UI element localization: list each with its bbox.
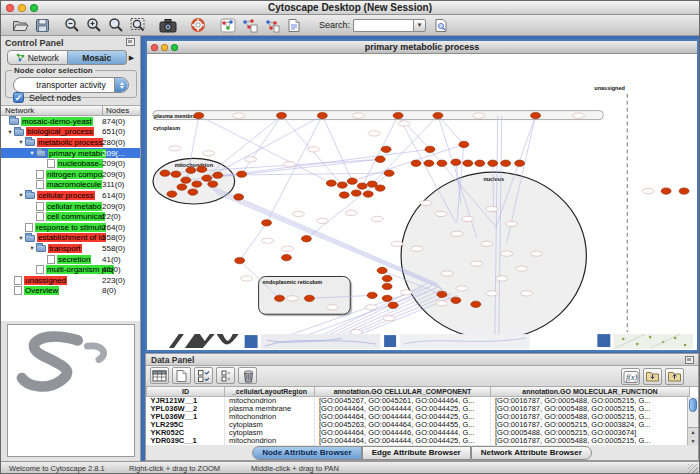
tab-node-attribute-browser[interactable]: Node Attribute Browser: [252, 446, 362, 460]
zoom-in-button[interactable]: [83, 16, 105, 35]
network-canvas[interactable]: plasma membranecytoplasmmitochondrionnuc…: [147, 54, 697, 350]
table-cell[interactable]: [GO:0045263, GO:0044464, GO:0044455, G..…: [315, 421, 491, 429]
network-node[interactable]: [177, 184, 187, 190]
table-scrollbar[interactable]: ▲▼: [687, 397, 698, 446]
tree-row[interactable]: nucleobase-209(0): [1, 158, 140, 169]
network-node[interactable]: [262, 220, 272, 226]
network-node[interactable]: [197, 166, 207, 172]
table-cell[interactable]: mitochondrion: [225, 397, 315, 406]
window-titlebar[interactable]: Cytoscape Desktop (New Session): [1, 1, 699, 15]
table-cell[interactable]: [GO:0044464, GO:0044444, GO:0044425, G..…: [315, 405, 491, 413]
network-node[interactable]: [181, 177, 191, 183]
table-cell[interactable]: [GO:0016787, GO:0005488, GO:0005215, G..…: [491, 397, 690, 406]
tree-row[interactable]: unassigned223(0): [1, 275, 140, 286]
tree-row[interactable]: cell communicat22(0): [1, 211, 140, 222]
zoom-window-button[interactable]: [30, 4, 38, 12]
table-cell[interactable]: [GO:0044464, GO:0044446, GO:0044444, G..…: [315, 429, 491, 437]
tab-edge-attribute-browser[interactable]: Edge Attribute Browser: [362, 446, 471, 460]
network-node[interactable]: [433, 112, 443, 118]
network-node[interactable]: [471, 301, 481, 307]
expand-arrow-icon[interactable]: ▼: [28, 245, 36, 251]
tab-overflow-arrow[interactable]: ▶: [127, 50, 136, 65]
network-node[interactable]: [531, 112, 541, 118]
tree-row[interactable]: ▼metabolic process280(0): [1, 137, 140, 148]
network-minimize-button[interactable]: [161, 44, 168, 51]
network-node[interactable]: [459, 141, 469, 147]
network-node[interactable]: [377, 267, 387, 273]
network-node[interactable]: [339, 192, 349, 198]
table-cell[interactable]: plasma membrane: [225, 405, 315, 413]
resize-grip[interactable]: [688, 464, 698, 474]
network-node[interactable]: [451, 159, 461, 165]
network-node[interactable]: [213, 172, 223, 178]
network-node[interactable]: [393, 112, 403, 118]
network-node[interactable]: [277, 112, 287, 118]
network-node[interactable]: [381, 146, 391, 152]
open-file-button[interactable]: [9, 16, 31, 35]
new-attribute-button[interactable]: [172, 367, 191, 384]
minimize-window-button[interactable]: [18, 4, 26, 12]
network-node[interactable]: [501, 160, 511, 166]
tree-row[interactable]: macromolecule311(0): [1, 180, 140, 191]
expand-arrow-icon[interactable]: ▼: [17, 235, 25, 241]
tree-row[interactable]: ▼cellular process614(0): [1, 190, 140, 201]
network-node[interactable]: [424, 160, 434, 166]
birds-eye-view[interactable]: [7, 324, 135, 457]
table-row[interactable]: YKR052Ccytoplasm[GO:0044464, GO:0044446,…: [147, 429, 690, 437]
scroll-down-icon[interactable]: ▼: [688, 437, 698, 446]
destroy-view-button[interactable]: [239, 16, 261, 35]
network-node[interactable]: [237, 171, 247, 177]
tree-row[interactable]: secretion41(0): [1, 254, 140, 265]
network-node[interactable]: [208, 181, 218, 187]
dropdown-stepper-icon[interactable]: [114, 78, 128, 92]
tree-row[interactable]: cellular metabo209(0): [1, 201, 140, 212]
network-node[interactable]: [192, 181, 202, 187]
table-cell[interactable]: [GO:0016787, GO:0005215, GO:0003824, G..…: [491, 421, 690, 429]
table-row[interactable]: YPL036W__2plasma membrane[GO:0044464, GO…: [147, 405, 690, 413]
tree-row[interactable]: mosaic-demo-yeast874(0): [1, 116, 140, 127]
tree-row[interactable]: ▼transport558(0): [1, 243, 140, 254]
table-cell[interactable]: [GO:0044464, GO:0044444, GO:0044425, G..…: [315, 413, 491, 421]
network-node[interactable]: [382, 283, 392, 289]
network-node[interactable]: [463, 160, 473, 166]
network-node[interactable]: [202, 175, 212, 181]
network-node[interactable]: [301, 236, 311, 242]
table-cell[interactable]: [GO:0045267, GO:0045261, GO:0044464, G..…: [315, 397, 491, 406]
network-node[interactable]: [171, 171, 181, 177]
network-node[interactable]: [194, 112, 204, 118]
attribute-table-button[interactable]: [150, 367, 169, 384]
table-cell[interactable]: cytoplasm: [225, 429, 315, 437]
network-node[interactable]: [326, 180, 336, 186]
create-view-button[interactable]: [217, 16, 239, 35]
network-window-titlebar[interactable]: primary metabolic process: [147, 41, 697, 54]
snapshot-button[interactable]: [157, 16, 179, 35]
close-window-button[interactable]: [6, 4, 14, 12]
table-row[interactable]: YDR039C__1mitochondrion[GO:0044464, GO:0…: [147, 437, 690, 445]
tree-row[interactable]: Overview8(0): [1, 286, 140, 297]
expand-arrow-icon[interactable]: ▼: [28, 150, 36, 156]
network-node[interactable]: [351, 190, 361, 196]
scrollbar-thumb[interactable]: [689, 398, 697, 412]
help-button[interactable]: [187, 16, 209, 35]
network-view-window[interactable]: primary metabolic process plasma membran…: [145, 39, 699, 352]
network-node[interactable]: [188, 189, 198, 195]
network-node[interactable]: [304, 295, 314, 301]
table-cell[interactable]: YPL036W__1: [147, 413, 225, 421]
expand-arrow-icon[interactable]: ▼: [17, 139, 25, 145]
network-node[interactable]: [363, 191, 373, 197]
network-node[interactable]: [375, 156, 385, 162]
network-node[interactable]: [679, 188, 689, 194]
search-dropdown-button[interactable]: ▼: [413, 19, 426, 32]
tree-row[interactable]: multi-organism pro42(0): [1, 264, 140, 275]
column-header[interactable]: annotation.GO CELLULAR_COMPONENT: [315, 387, 491, 397]
tree-row[interactable]: ▼establishment of lo558(0): [1, 233, 140, 244]
network-node[interactable]: [437, 291, 447, 297]
delete-attribute-button[interactable]: [238, 367, 257, 384]
network-node[interactable]: [282, 254, 292, 260]
tree-row[interactable]: ▼biological_process651(0): [1, 127, 140, 138]
table-row[interactable]: YLR295Ccytoplasm[GO:0045263, GO:0044464,…: [147, 421, 690, 429]
network-node[interactable]: [451, 297, 461, 303]
network-node[interactable]: [186, 167, 196, 173]
network-close-button[interactable]: [151, 44, 158, 51]
table-cell[interactable]: mitochondrion: [225, 413, 315, 421]
